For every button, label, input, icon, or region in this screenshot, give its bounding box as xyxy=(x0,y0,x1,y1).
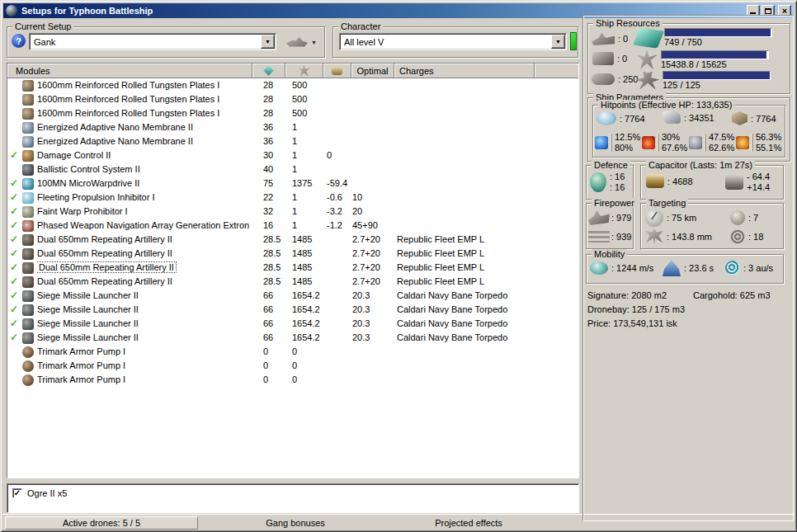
module-name: Siege Missile Launcher II xyxy=(37,303,251,317)
thermal-resist: 30%67.6% xyxy=(642,132,689,153)
module-name: Trimark Armor Pump I xyxy=(37,373,251,387)
setup-dropdown-button[interactable]: ▼ xyxy=(261,35,275,49)
module-row[interactable]: Energized Adaptive Nano Membrane II361 xyxy=(7,120,578,134)
module-row[interactable]: ✓Dual 650mm Repeating Artillery II28.514… xyxy=(7,275,578,289)
module-powergrid: 500 xyxy=(284,78,322,92)
module-row[interactable]: 1600mm Reinforced Rolled Tungsten Plates… xyxy=(7,106,578,120)
module-optimal: 2.7+20 xyxy=(350,233,393,247)
module-row[interactable]: ✓Faint Warp Prohibitor I321-3.220 xyxy=(7,205,578,219)
module-optimal xyxy=(350,177,393,191)
module-row[interactable]: ✓Dual 650mm Repeating Artillery II28.514… xyxy=(7,261,578,275)
module-optimal xyxy=(350,148,393,162)
module-optimal: 20.3 xyxy=(350,317,393,331)
ship-browser-button[interactable]: ▼ xyxy=(285,32,324,52)
module-row[interactable]: 1600mm Reinforced Rolled Tungsten Plates… xyxy=(7,92,578,106)
chevron-down-icon: ▼ xyxy=(555,39,561,45)
module-row[interactable]: 1600mm Reinforced Rolled Tungsten Plates… xyxy=(7,78,578,92)
gang-bonuses-panel[interactable]: Gang bonuses xyxy=(233,517,357,529)
module-row[interactable]: ✓Damage Control II3010 xyxy=(7,148,578,162)
module-cpu: 66 xyxy=(251,289,284,303)
inactive-blank xyxy=(7,78,19,92)
character-dropdown-button[interactable]: ▼ xyxy=(551,35,565,49)
armor-rig-icon xyxy=(22,360,34,372)
column-header-capacitor[interactable] xyxy=(323,64,351,78)
module-cpu: 36 xyxy=(251,120,284,134)
ship-resources-group: Ship Resources : 0 : 0 : 250 749 / 75015… xyxy=(587,23,790,94)
module-row[interactable]: Energized Adaptive Nano Membrane II361 xyxy=(7,134,578,148)
missile-launcher-icon xyxy=(22,332,34,344)
sensor-strength-icon xyxy=(730,229,745,244)
module-cpu: 32 xyxy=(251,205,284,219)
module-cap-use xyxy=(322,373,350,387)
column-header-charges[interactable]: Charges xyxy=(394,64,535,78)
module-row[interactable]: ✓Siege Missile Launcher II661654.220.3Ca… xyxy=(7,289,578,303)
projected-effects-panel[interactable]: Projected effects xyxy=(407,517,531,529)
setups-window: Setups for Typhoon Battleship × Current … xyxy=(0,0,797,532)
calibration: : 250 xyxy=(592,73,638,85)
active-drones-panel[interactable]: Active drones: 5 / 5 xyxy=(5,516,198,530)
setup-select-value: Gank xyxy=(30,37,260,47)
module-charge xyxy=(393,177,533,191)
module-cpu: 28.5 xyxy=(251,247,284,261)
module-charge xyxy=(393,120,533,134)
module-charge xyxy=(393,92,533,106)
module-cap-use xyxy=(322,247,350,261)
explosive-resist-armor: 55.1% xyxy=(756,143,781,153)
module-row[interactable]: Ballistic Control System II401 xyxy=(7,162,578,177)
thermal-resist-shield: 30% xyxy=(662,132,687,143)
module-cap-use xyxy=(322,92,350,106)
module-cap-use: -1.2 xyxy=(322,219,350,233)
inactive-blank xyxy=(7,345,19,359)
membrane-icon xyxy=(22,136,34,148)
active-check-icon: ✓ xyxy=(7,205,19,219)
capacitor-group: Capacitor (Lasts: 1m 27s) : 4688 - 64.4 … xyxy=(640,165,784,200)
capacitor-icon xyxy=(646,174,664,188)
kinetic-resist-armor: 62.6% xyxy=(709,143,734,153)
module-row[interactable]: ✓Fleeting Propulsion Inhibitor I221-0.61… xyxy=(7,191,578,205)
targeting-title: Targeting xyxy=(646,198,688,208)
drone-checkbox[interactable]: ✓ xyxy=(12,488,22,498)
modules-table: Modules Optimal Charges 1600mm Reinforce… xyxy=(7,63,579,478)
defence-title: Defence xyxy=(592,160,630,170)
module-cpu: 36 xyxy=(251,134,284,148)
module-row[interactable]: ✓100MN MicroWarpdrive II751375-59.4 xyxy=(7,177,578,191)
module-row[interactable]: ✓Siege Missile Launcher II661654.220.3Ca… xyxy=(7,317,578,331)
module-powergrid: 1485 xyxy=(284,275,322,289)
module-charge xyxy=(393,205,533,219)
drone-bandwidth-bar xyxy=(663,71,771,80)
column-header-optimal[interactable]: Optimal xyxy=(351,64,394,78)
module-row[interactable]: Trimark Armor Pump I00 xyxy=(7,373,578,387)
module-charge xyxy=(393,373,533,387)
em-resist-armor: 80% xyxy=(615,143,640,153)
column-header-modules[interactable]: Modules xyxy=(7,64,252,78)
em-resist-shield: 12.5% xyxy=(615,132,640,143)
help-button[interactable]: ? xyxy=(12,34,26,48)
setup-select[interactable]: Gank ▼ xyxy=(29,33,276,50)
active-check-icon: ✓ xyxy=(7,289,19,303)
column-header-powergrid[interactable] xyxy=(285,64,323,78)
launcher-hardpoints: : 0 xyxy=(592,52,627,65)
module-optimal: 2.7+20 xyxy=(350,261,393,275)
character-select[interactable]: All level V ▼ xyxy=(339,33,567,50)
kinetic-icon xyxy=(689,136,702,149)
ballistic-control-icon xyxy=(22,164,34,176)
module-row[interactable]: Trimark Armor Pump I00 xyxy=(7,345,578,359)
module-row[interactable]: ✓Siege Missile Launcher II661654.220.3Ca… xyxy=(7,331,578,345)
sensor-strength: : 18 xyxy=(730,229,763,244)
module-name: Dual 650mm Repeating Artillery II xyxy=(37,261,251,275)
module-name: Siege Missile Launcher II xyxy=(37,289,251,303)
missile-launcher-icon xyxy=(22,290,34,302)
stasis-web-icon xyxy=(22,192,34,204)
membrane-icon xyxy=(22,122,34,134)
module-name: Faint Warp Prohibitor I xyxy=(37,205,251,219)
module-row[interactable]: ✓Dual 650mm Repeating Artillery II28.514… xyxy=(7,247,578,261)
module-row[interactable]: ✓Phased Weapon Navigation Array Generati… xyxy=(7,219,578,233)
column-header-cpu[interactable] xyxy=(252,64,285,78)
module-row[interactable]: Trimark Armor Pump I00 xyxy=(7,359,578,373)
module-row[interactable]: ✓Siege Missile Launcher II661654.220.3Ca… xyxy=(7,303,578,317)
module-name: Ballistic Control System II xyxy=(37,162,251,177)
module-charge: Caldari Navy Bane Torpedo xyxy=(393,317,533,331)
module-row[interactable]: ✓Dual 650mm Repeating Artillery II28.514… xyxy=(7,233,578,247)
shield-icon xyxy=(597,111,616,125)
drone-item[interactable]: ✓Ogre II x5 xyxy=(12,487,573,499)
